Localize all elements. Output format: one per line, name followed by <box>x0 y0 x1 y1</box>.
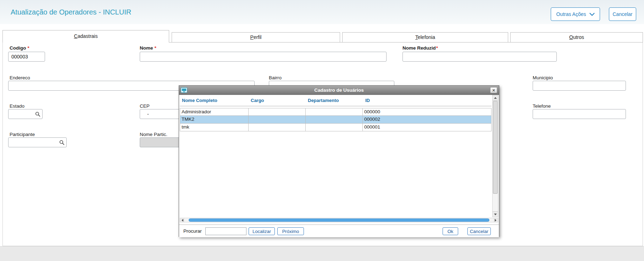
cell-departamento <box>306 116 363 124</box>
user-table: Administrador 000000 TMK2 000002 tmk 000… <box>180 108 492 131</box>
tab-perfil-label: erfil <box>254 34 262 40</box>
cell-cargo <box>249 116 306 124</box>
column-header-cargo[interactable]: Cargo <box>251 95 264 106</box>
scroll-left-arrow[interactable] <box>180 218 185 222</box>
participante-label: Participante <box>10 132 35 137</box>
app-window: Atualização de Operadores - INCLUIR Outr… <box>0 0 644 261</box>
dialog-titlebar[interactable]: Cadastro de Usuários ✕ <box>179 86 499 95</box>
cell-cargo <box>249 108 306 116</box>
nome-required-mark: * <box>155 45 156 51</box>
cell-id: 000001 <box>363 124 492 131</box>
column-header-departamento[interactable]: Departamento <box>308 95 339 106</box>
table-header: Nome Completo Cargo Departamento ID <box>180 95 492 106</box>
cancel-button[interactable]: Cancelar <box>609 7 636 21</box>
bottom-strip <box>0 246 644 261</box>
estado-lookup-field <box>8 109 43 119</box>
triangle-down-icon <box>494 214 497 215</box>
cell-departamento <box>306 108 363 116</box>
cell-departamento <box>306 124 363 131</box>
dialog-footer: Procurar Localizar Próximo Ok Cancelar <box>179 225 499 237</box>
codigo-required-mark: * <box>28 45 29 51</box>
municipio-label: Municipio <box>533 75 553 80</box>
tab-telefonia-accel: T <box>415 34 418 40</box>
tab-telefonia-label: elefonia <box>418 34 435 40</box>
triangle-right-icon <box>495 219 496 222</box>
chevron-down-icon <box>589 13 595 16</box>
tab-outros-accel: O <box>569 34 573 40</box>
scroll-down-arrow[interactable] <box>493 211 498 217</box>
outras-acoes-button[interactable]: Outras Ações <box>551 7 600 21</box>
nome-reduzido-label-text: Nome Reduzid <box>402 45 436 51</box>
vertical-scrollbar[interactable] <box>492 95 498 217</box>
search-icon[interactable] <box>35 112 40 117</box>
cell-id: 000000 <box>363 108 492 116</box>
triangle-left-icon <box>182 219 183 222</box>
nome-reduzido-required-mark: * <box>436 45 438 51</box>
cancel-label: Cancelar <box>612 11 632 17</box>
tab-cadastrais[interactable]: Cadastrais <box>2 30 169 42</box>
dialog-cancelar-button[interactable]: Cancelar <box>467 227 491 235</box>
codigo-input[interactable] <box>8 52 45 62</box>
tab-perfil[interactable]: Perfil <box>172 32 340 42</box>
search-icon[interactable] <box>59 140 65 145</box>
dialog-title: Cadastro de Usuários <box>179 86 499 95</box>
proximo-button[interactable]: Próximo <box>277 227 304 235</box>
localizar-button[interactable]: Localizar <box>249 227 275 235</box>
participante-input[interactable] <box>8 137 67 147</box>
cell-nome-completo: tmk <box>180 124 249 131</box>
bairro-label: Bairro <box>269 75 282 80</box>
tab-cadastrais-accel: C <box>74 33 78 39</box>
cadastro-usuarios-dialog: Cadastro de Usuários ✕ Nome Completo Car… <box>179 85 499 237</box>
tab-outros[interactable]: Outros <box>510 32 643 42</box>
procurar-input[interactable] <box>205 227 246 235</box>
outras-acoes-label: Outras Ações <box>556 11 586 17</box>
vertical-scroll-thumb[interactable] <box>493 101 498 194</box>
triangle-up-icon <box>494 97 497 99</box>
page-title: Atualização de Operadores - INCLUIR <box>11 0 131 24</box>
codigo-label-text: Codigo <box>10 45 26 51</box>
column-header-id[interactable]: ID <box>365 95 370 106</box>
tab-telefonia[interactable]: Telefonia <box>342 32 508 42</box>
cell-nome-completo: Administrador <box>180 108 249 116</box>
nome-reduzido-label: Nome Reduzid* <box>402 45 438 51</box>
nome-label-text: Nome <box>140 45 153 51</box>
tab-cadastrais-label: adastrais <box>78 33 98 39</box>
estado-label: Estado <box>10 103 24 109</box>
participante-lookup-field <box>8 137 67 147</box>
tab-outros-label: utros <box>573 34 584 40</box>
header-bar: Atualização de Operadores - INCLUIR Outr… <box>0 0 644 24</box>
cell-nome-completo: TMK2 <box>180 116 249 124</box>
cep-input[interactable] <box>140 109 182 119</box>
cell-id: 000002 <box>363 116 492 124</box>
tab-perfil-accel: P <box>250 34 254 40</box>
codigo-label: Codigo* <box>10 45 29 51</box>
telefone-label: Telefone <box>533 103 551 109</box>
telefone-input[interactable] <box>533 109 626 119</box>
cep-label: CEP <box>140 103 150 109</box>
municipio-input[interactable] <box>533 81 626 91</box>
nome-label: Nome* <box>140 45 156 51</box>
scroll-up-arrow[interactable] <box>493 95 498 101</box>
endereco-label: Endereco <box>10 75 30 80</box>
column-header-nome-completo[interactable]: Nome Completo <box>182 95 217 106</box>
scroll-right-arrow[interactable] <box>493 218 498 222</box>
procurar-label: Procurar <box>183 225 202 238</box>
horizontal-scrollbar[interactable] <box>180 218 498 222</box>
nome-partic-label: Nome Partic. <box>140 132 167 137</box>
nome-input[interactable] <box>140 52 387 62</box>
horizontal-scroll-thumb[interactable] <box>189 219 489 222</box>
nome-reduzido-input[interactable] <box>402 52 557 62</box>
table-row[interactable]: Administrador 000000 <box>180 108 492 116</box>
table-row-selected[interactable]: TMK2 000002 <box>180 116 492 124</box>
table-row[interactable]: tmk 000001 <box>180 124 492 131</box>
close-icon[interactable]: ✕ <box>490 87 497 93</box>
ok-button[interactable]: Ok <box>443 227 458 235</box>
cell-cargo <box>249 124 306 131</box>
